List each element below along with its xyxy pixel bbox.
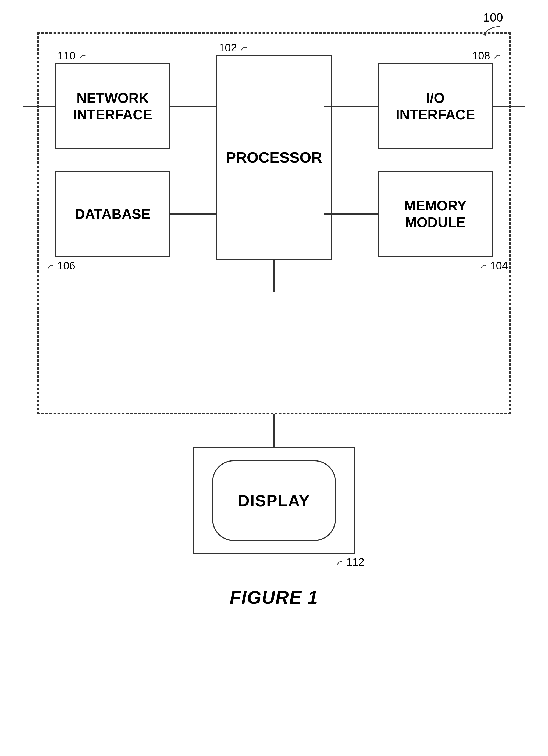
network-interface-wrapper: 110 NETWORK INTERFACE xyxy=(55,63,171,149)
io-interface-box: I/O INTERFACE xyxy=(377,63,493,149)
ref-102-curve xyxy=(240,45,248,51)
ref-112-curve xyxy=(336,560,343,566)
ref-112-label: 112 xyxy=(336,556,364,568)
display-inner-rounded: DISPLAY xyxy=(212,460,336,541)
database-wrapper: 106 DATABASE xyxy=(55,171,171,257)
memory-module-wrapper: 104 MEMORY MODULE xyxy=(377,171,493,257)
processor-box: PROCESSOR xyxy=(216,55,332,260)
display-label: DISPLAY xyxy=(238,491,310,510)
memory-left-line xyxy=(324,213,377,215)
left-column: 110 NETWORK INTERFACE xyxy=(55,63,171,257)
ref-100-label: 100 xyxy=(481,11,505,40)
database-label: DATABASE xyxy=(75,206,150,222)
ref-100-text: 100 xyxy=(483,11,503,24)
page-container: 100 110 xyxy=(0,0,548,756)
ref-104-curve xyxy=(479,263,487,269)
ref-102-label: 102 xyxy=(219,42,248,54)
memory-module-label: MEMORY MODULE xyxy=(404,197,466,231)
ref-110-label: 110 xyxy=(58,50,87,62)
display-area: DISPLAY 112 xyxy=(193,447,355,554)
io-interface-wrapper: 108 I/O INTERFACE xyxy=(377,63,493,149)
processor-wrapper: 102 PROCESSOR xyxy=(216,55,332,260)
io-right-line xyxy=(493,106,525,107)
database-box: DATABASE xyxy=(55,171,171,257)
ref-106-curve xyxy=(47,263,54,269)
network-interface-box: NETWORK INTERFACE xyxy=(55,63,171,149)
network-left-line xyxy=(23,106,55,107)
ref-108-curve xyxy=(493,54,501,59)
system-to-display-line xyxy=(274,414,275,447)
ref-108-label: 108 xyxy=(472,50,501,62)
memory-module-box: MEMORY MODULE xyxy=(377,171,493,257)
three-col-layout: 110 NETWORK INTERFACE xyxy=(55,55,493,265)
system-box: 110 NETWORK INTERFACE xyxy=(37,32,511,414)
right-column: 108 I/O INTERFACE xyxy=(377,63,493,257)
network-interface-label: NETWORK INTERFACE xyxy=(73,90,153,123)
ref-100-arrow xyxy=(481,25,505,40)
processor-bottom-line xyxy=(274,260,275,292)
display-outer-box: DISPLAY 112 xyxy=(193,447,355,554)
ref-106-label: 106 xyxy=(47,260,75,272)
figure-caption: FIGURE 1 xyxy=(230,587,318,608)
diagram-area: 100 110 xyxy=(22,16,526,608)
ref-110-curve xyxy=(79,54,87,59)
io-interface-label: I/O INTERFACE xyxy=(396,90,475,123)
io-left-line xyxy=(324,106,377,107)
center-column: 102 PROCESSOR xyxy=(216,55,332,260)
ref-104-label: 104 xyxy=(479,260,508,272)
processor-label: PROCESSOR xyxy=(226,148,322,166)
